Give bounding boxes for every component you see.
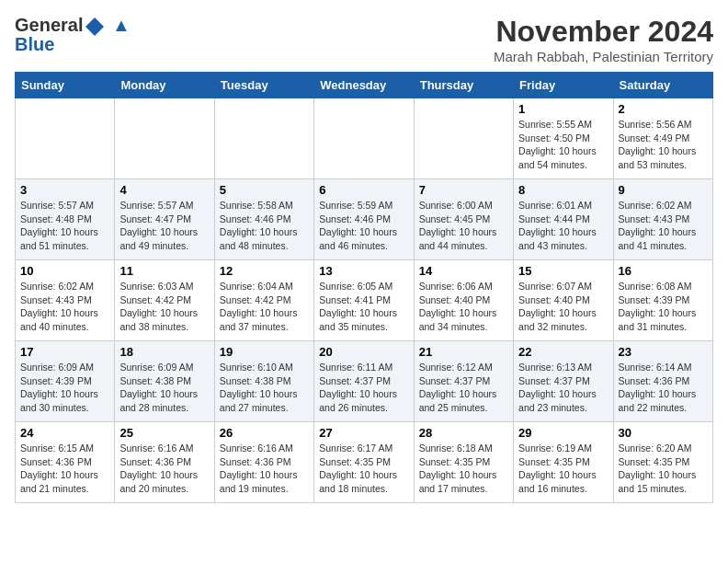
day-info: Sunrise: 5:58 AM Sunset: 4:46 PM Dayligh… [220,199,309,253]
cell-3-6: 23Sunrise: 6:14 AM Sunset: 4:36 PM Dayli… [613,341,712,422]
day-info: Sunrise: 6:18 AM Sunset: 4:35 PM Dayligh… [419,442,508,496]
day-info: Sunrise: 6:09 AM Sunset: 4:38 PM Dayligh… [119,361,209,415]
day-info: Sunrise: 6:09 AM Sunset: 4:39 PM Dayligh… [20,361,109,415]
day-info: Sunrise: 6:16 AM Sunset: 4:36 PM Dayligh… [119,442,209,496]
header-friday: Friday [514,73,613,98]
day-number: 23 [619,345,708,359]
day-number: 22 [518,345,608,359]
svg-marker-0 [85,17,104,36]
cell-1-4: 7Sunrise: 6:00 AM Sunset: 4:45 PM Daylig… [414,179,513,260]
cell-0-0 [16,98,115,179]
cell-0-5: 1Sunrise: 5:55 AM Sunset: 4:50 PM Daylig… [514,98,613,179]
cell-2-4: 14Sunrise: 6:06 AM Sunset: 4:40 PM Dayli… [414,260,513,341]
cell-4-1: 25Sunrise: 6:16 AM Sunset: 4:36 PM Dayli… [115,422,214,503]
day-number: 14 [419,264,508,278]
day-info: Sunrise: 6:00 AM Sunset: 4:45 PM Dayligh… [419,199,508,253]
day-number: 21 [419,345,508,359]
header-thursday: Thursday [414,73,513,98]
week-row-2: 3Sunrise: 5:57 AM Sunset: 4:48 PM Daylig… [16,179,713,260]
header-monday: Monday [115,73,214,98]
day-number: 12 [220,264,309,278]
logo: General ▲ Blue [15,15,131,54]
week-row-5: 24Sunrise: 6:15 AM Sunset: 4:36 PM Dayli… [16,422,713,503]
cell-4-3: 27Sunrise: 6:17 AM Sunset: 4:35 PM Dayli… [314,422,414,503]
day-number: 20 [319,345,408,359]
logo-general: General [15,15,83,35]
calendar-title: November 2024 [494,15,713,49]
day-number: 24 [20,426,109,440]
day-number: 30 [619,426,708,440]
day-number: 7 [419,183,508,197]
day-info: Sunrise: 5:57 AM Sunset: 4:47 PM Dayligh… [119,199,209,253]
cell-4-2: 26Sunrise: 6:16 AM Sunset: 4:36 PM Dayli… [214,422,313,503]
cell-4-5: 29Sunrise: 6:19 AM Sunset: 4:35 PM Dayli… [514,422,613,503]
day-number: 27 [319,426,408,440]
day-info: Sunrise: 6:11 AM Sunset: 4:37 PM Dayligh… [319,361,408,415]
cell-4-4: 28Sunrise: 6:18 AM Sunset: 4:35 PM Dayli… [414,422,513,503]
day-number: 1 [518,102,608,116]
cell-3-2: 19Sunrise: 6:10 AM Sunset: 4:38 PM Dayli… [214,341,313,422]
cell-0-6: 2Sunrise: 5:56 AM Sunset: 4:49 PM Daylig… [613,98,712,179]
cell-2-2: 12Sunrise: 6:04 AM Sunset: 4:42 PM Dayli… [214,260,313,341]
day-info: Sunrise: 6:03 AM Sunset: 4:42 PM Dayligh… [119,280,209,334]
day-number: 15 [518,264,608,278]
day-info: Sunrise: 6:20 AM Sunset: 4:35 PM Dayligh… [619,442,708,496]
header-saturday: Saturday [613,73,712,98]
calendar-table: Sunday Monday Tuesday Wednesday Thursday… [15,72,713,503]
day-number: 4 [119,183,209,197]
cell-3-4: 21Sunrise: 6:12 AM Sunset: 4:37 PM Dayli… [414,341,513,422]
day-info: Sunrise: 6:04 AM Sunset: 4:42 PM Dayligh… [220,280,309,334]
calendar-subtitle: Marah Rabbah, Palestinian Territory [494,49,713,64]
logo-blue: Blue [15,34,54,54]
day-number: 3 [20,183,109,197]
cell-2-5: 15Sunrise: 6:07 AM Sunset: 4:40 PM Dayli… [514,260,613,341]
day-info: Sunrise: 6:16 AM Sunset: 4:36 PM Dayligh… [220,442,309,496]
day-number: 5 [220,183,309,197]
day-number: 16 [619,264,708,278]
cell-0-4 [414,98,513,179]
cell-2-6: 16Sunrise: 6:08 AM Sunset: 4:39 PM Dayli… [613,260,712,341]
cell-0-3 [314,98,414,179]
day-info: Sunrise: 5:59 AM Sunset: 4:46 PM Dayligh… [319,199,408,253]
day-info: Sunrise: 6:07 AM Sunset: 4:40 PM Dayligh… [518,280,608,334]
day-number: 28 [419,426,508,440]
day-info: Sunrise: 5:57 AM Sunset: 4:48 PM Dayligh… [20,199,109,253]
cell-3-5: 22Sunrise: 6:13 AM Sunset: 4:37 PM Dayli… [514,341,613,422]
day-number: 11 [119,264,209,278]
day-info: Sunrise: 6:15 AM Sunset: 4:36 PM Dayligh… [20,442,109,496]
cell-3-3: 20Sunrise: 6:11 AM Sunset: 4:37 PM Dayli… [314,341,414,422]
day-number: 26 [220,426,309,440]
day-info: Sunrise: 6:02 AM Sunset: 4:43 PM Dayligh… [20,280,109,334]
day-info: Sunrise: 6:06 AM Sunset: 4:40 PM Dayligh… [419,280,508,334]
day-info: Sunrise: 6:14 AM Sunset: 4:36 PM Dayligh… [619,361,708,415]
day-info: Sunrise: 6:17 AM Sunset: 4:35 PM Dayligh… [319,442,408,496]
week-row-4: 17Sunrise: 6:09 AM Sunset: 4:39 PM Dayli… [16,341,713,422]
day-info: Sunrise: 5:55 AM Sunset: 4:50 PM Dayligh… [518,118,608,172]
week-row-3: 10Sunrise: 6:02 AM Sunset: 4:43 PM Dayli… [16,260,713,341]
cell-2-0: 10Sunrise: 6:02 AM Sunset: 4:43 PM Dayli… [16,260,115,341]
cell-2-1: 11Sunrise: 6:03 AM Sunset: 4:42 PM Dayli… [115,260,214,341]
cell-4-6: 30Sunrise: 6:20 AM Sunset: 4:35 PM Dayli… [613,422,712,503]
day-info: Sunrise: 6:08 AM Sunset: 4:39 PM Dayligh… [619,280,708,334]
day-info: Sunrise: 6:10 AM Sunset: 4:38 PM Dayligh… [220,361,309,415]
day-info: Sunrise: 6:13 AM Sunset: 4:37 PM Dayligh… [518,361,608,415]
day-number: 19 [220,345,309,359]
week-row-1: 1Sunrise: 5:55 AM Sunset: 4:50 PM Daylig… [16,98,713,179]
day-info: Sunrise: 6:02 AM Sunset: 4:43 PM Dayligh… [619,199,708,253]
cell-0-1 [115,98,214,179]
title-area: November 2024 Marah Rabbah, Palestinian … [494,15,713,64]
header-wednesday: Wednesday [314,73,414,98]
day-number: 13 [319,264,408,278]
cell-1-3: 6Sunrise: 5:59 AM Sunset: 4:46 PM Daylig… [314,179,414,260]
cell-1-2: 5Sunrise: 5:58 AM Sunset: 4:46 PM Daylig… [214,179,313,260]
cell-1-6: 9Sunrise: 6:02 AM Sunset: 4:43 PM Daylig… [613,179,712,260]
header-tuesday: Tuesday [214,73,313,98]
page-header: General ▲ Blue November 2024 Marah Rabba… [15,15,713,64]
cell-0-2 [214,98,313,179]
day-info: Sunrise: 6:12 AM Sunset: 4:37 PM Dayligh… [419,361,508,415]
day-number: 18 [119,345,209,359]
day-info: Sunrise: 6:01 AM Sunset: 4:44 PM Dayligh… [518,199,608,253]
day-info: Sunrise: 5:56 AM Sunset: 4:49 PM Dayligh… [619,118,708,172]
day-number: 17 [20,345,109,359]
header-sunday: Sunday [16,73,115,98]
